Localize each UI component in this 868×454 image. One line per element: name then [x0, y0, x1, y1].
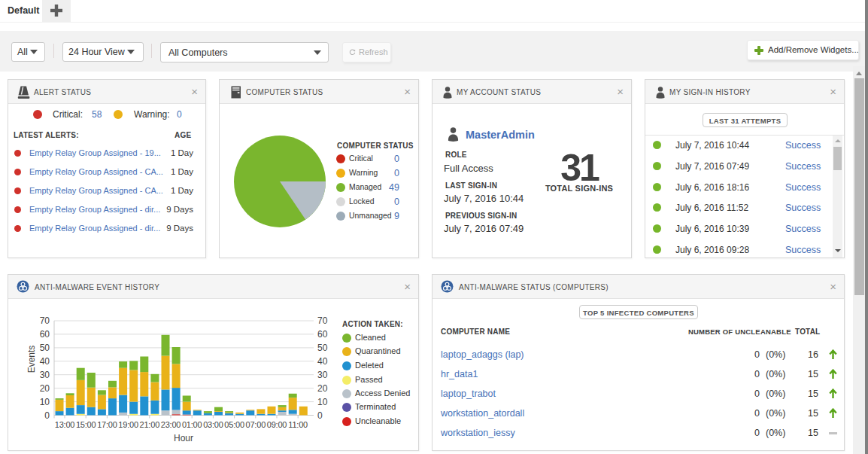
svg-text:09:00: 09:00 [267, 420, 287, 429]
svg-text:30: 30 [317, 370, 328, 380]
svg-text:60: 60 [317, 329, 328, 340]
svg-text:50: 50 [317, 343, 328, 353]
svg-text:20: 20 [317, 383, 328, 394]
svg-text:20: 20 [40, 383, 50, 394]
svg-text:60: 60 [40, 329, 50, 340]
svg-text:17:00: 17:00 [97, 420, 117, 429]
svg-text:10: 10 [317, 397, 328, 407]
svg-text:01:00: 01:00 [182, 420, 202, 429]
svg-text:40: 40 [40, 356, 50, 367]
svg-text:40: 40 [317, 356, 328, 367]
svg-text:0: 0 [317, 410, 323, 421]
svg-text:05:00: 05:00 [224, 420, 244, 429]
svg-text:11:00: 11:00 [288, 420, 308, 429]
svg-text:50: 50 [40, 343, 50, 353]
svg-text:21:00: 21:00 [140, 420, 160, 429]
svg-text:0: 0 [44, 410, 50, 421]
svg-text:15:00: 15:00 [76, 420, 96, 429]
svg-text:10: 10 [40, 397, 50, 407]
svg-text:03:00: 03:00 [203, 420, 223, 429]
svg-text:70: 70 [40, 315, 50, 326]
svg-text:19:00: 19:00 [118, 420, 138, 429]
svg-text:Events: Events [26, 346, 37, 373]
svg-text:30: 30 [40, 370, 50, 380]
svg-text:Hour: Hour [174, 433, 193, 443]
svg-text:07:00: 07:00 [246, 420, 266, 429]
svg-text:13:00: 13:00 [55, 420, 75, 429]
svg-text:23:00: 23:00 [161, 420, 181, 429]
svg-text:70: 70 [317, 315, 328, 326]
